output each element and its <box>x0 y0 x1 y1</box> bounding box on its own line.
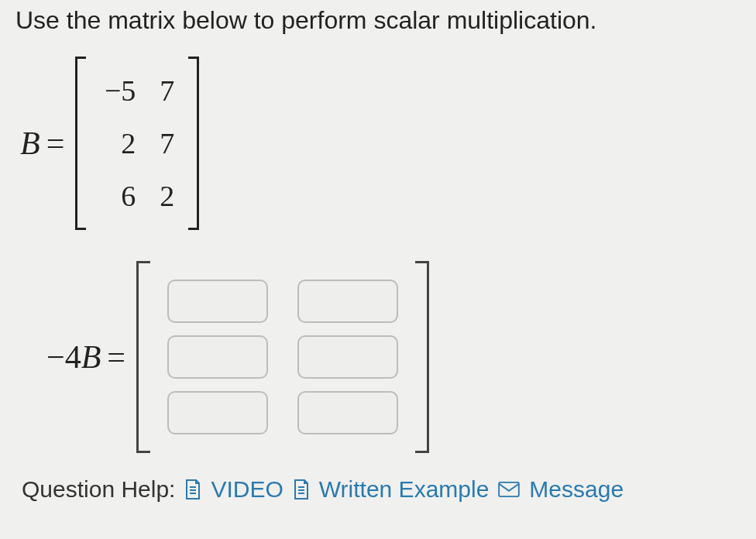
answer-input-r1c1[interactable] <box>167 280 268 323</box>
matrix-cell: 2 <box>94 117 142 170</box>
answer-row: −4 B = <box>46 261 741 453</box>
matrix-cell: 6 <box>94 170 142 222</box>
answer-input-r1c2[interactable] <box>297 280 398 323</box>
matrix-var-B-answer: B <box>81 338 101 376</box>
matrix-definition-row: B = −5 7 2 7 6 2 <box>20 57 741 230</box>
answer-input-r2c1[interactable] <box>167 335 268 379</box>
matrix-cell: 7 <box>142 117 180 170</box>
message-link[interactable]: Message <box>529 476 624 503</box>
answer-input-r3c2[interactable] <box>297 391 398 434</box>
question-help-row: Question Help: VIDEO Written Example <box>22 476 741 503</box>
scalar-coeff: −4 <box>46 338 81 376</box>
answer-input-r3c1[interactable] <box>167 391 268 434</box>
video-link[interactable]: VIDEO <box>211 476 283 503</box>
matrix-var-B: B <box>20 125 40 162</box>
matrix-cell: −5 <box>94 64 142 117</box>
written-example-link[interactable]: Written Example <box>319 476 490 503</box>
equals-sign: = <box>46 125 65 162</box>
right-bracket <box>188 57 199 230</box>
right-bracket <box>415 261 429 453</box>
document-icon <box>183 478 203 501</box>
matrix-cell: 7 <box>142 64 180 117</box>
matrix-B: −5 7 2 7 6 2 <box>75 57 199 230</box>
equals-sign-answer: = <box>107 338 125 376</box>
question-prompt: Use the matrix below to perform scalar m… <box>15 6 741 35</box>
matrix-cell: 2 <box>142 170 180 222</box>
answer-input-r2c2[interactable] <box>297 335 398 379</box>
answer-matrix <box>136 261 429 453</box>
help-label: Question Help: <box>22 476 175 503</box>
mail-icon <box>497 480 521 499</box>
left-bracket <box>75 57 86 230</box>
left-bracket <box>136 261 150 453</box>
document-icon <box>291 478 311 501</box>
svg-rect-6 <box>500 482 520 496</box>
